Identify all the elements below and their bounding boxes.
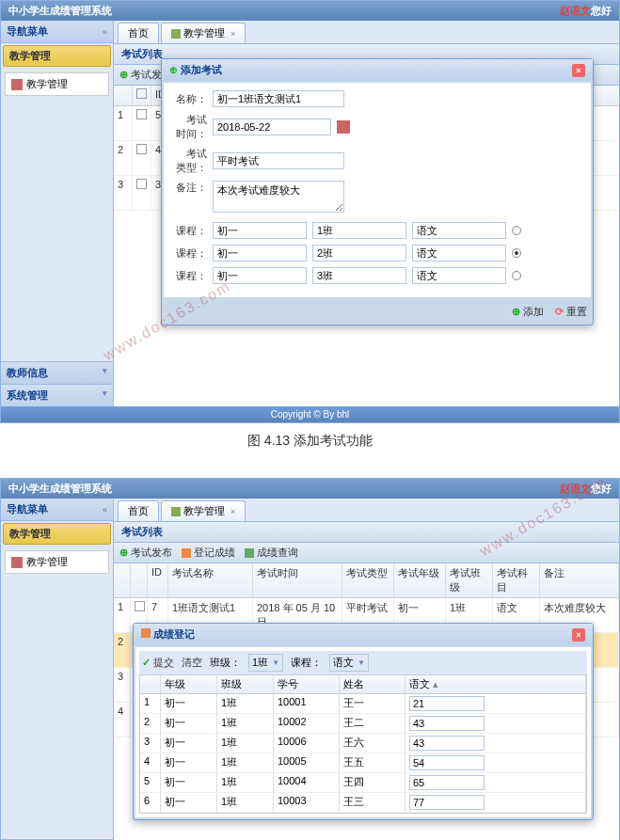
type-input[interactable]: [213, 152, 344, 169]
register-score-button[interactable]: 登记成绩: [182, 546, 235, 560]
checkbox[interactable]: [136, 179, 147, 189]
course-label: 课程：: [171, 246, 207, 261]
score-row[interactable]: 2 初一 1班 10002 王二: [140, 714, 586, 734]
score-row[interactable]: 6 初一 1班 10003 王三: [140, 793, 586, 813]
reset-button[interactable]: ⟳重置: [555, 305, 587, 319]
calendar-icon[interactable]: [337, 120, 350, 134]
col-date[interactable]: 考试时间: [253, 563, 342, 597]
search-icon: [245, 548, 254, 558]
score-row[interactable]: 3 初一 1班 10006 王六: [140, 734, 586, 753]
col-sid[interactable]: 学号: [274, 675, 340, 693]
btn-label: 添加: [523, 305, 544, 319]
score-row[interactable]: 1 初一 1班 10001 王一: [140, 694, 586, 714]
col-class[interactable]: 考试班级: [446, 563, 493, 597]
grade-input[interactable]: [213, 267, 307, 284]
collapse-icon[interactable]: «: [103, 505, 107, 515]
submit-button[interactable]: ✓提交: [142, 656, 174, 670]
close-icon[interactable]: ×: [231, 29, 235, 39]
subject-input[interactable]: [412, 267, 506, 284]
tab-label: 教学管理: [183, 504, 225, 518]
col-subject[interactable]: 考试科目: [493, 563, 540, 597]
col-type[interactable]: 考试类型: [342, 563, 394, 597]
dialog-title-bar[interactable]: 成绩登记 ×: [134, 624, 593, 645]
col-sname[interactable]: 姓名: [340, 675, 405, 693]
checkbox[interactable]: [136, 109, 147, 119]
nav-section-teaching[interactable]: 教学管理: [3, 45, 111, 67]
tab-teaching[interactable]: 教学管理 ×: [161, 23, 246, 43]
score-register-dialog: 成绩登记 × ✓提交 清空 班级： 1班▼ 课程： 语文▼: [133, 623, 594, 820]
dialog-footer: ⊕添加 ⟳重置: [162, 299, 593, 325]
col-class[interactable]: 班级: [217, 675, 274, 693]
class-input[interactable]: [312, 245, 406, 262]
query-score-button[interactable]: 成绩查询: [245, 546, 298, 560]
score-row[interactable]: 5 初一 1班 10004 王四: [140, 773, 586, 793]
collapse-icon[interactable]: «: [103, 27, 107, 37]
col-score[interactable]: 语文: [409, 678, 430, 689]
radio-button[interactable]: [512, 226, 521, 235]
checkbox[interactable]: [135, 601, 145, 611]
name-input[interactable]: [213, 90, 344, 107]
app-window-1: 中小学生成绩管理系统 赵语文您好 导航菜单 « 教学管理 教学管理 教师信息 ▾…: [0, 0, 620, 423]
class-input[interactable]: [312, 267, 406, 284]
score-row[interactable]: 4 初一 1班 10005 王五: [140, 753, 586, 773]
close-icon[interactable]: ×: [231, 507, 235, 516]
course-dropdown[interactable]: 语文▼: [329, 654, 369, 672]
tab-home[interactable]: 首页: [118, 500, 159, 521]
close-button[interactable]: ×: [572, 628, 585, 642]
note-textarea[interactable]: 本次考试难度较大: [213, 181, 344, 213]
grade-input[interactable]: [213, 222, 307, 239]
btn-label: 考试发布: [131, 546, 172, 560]
checkbox-all[interactable]: [136, 88, 147, 99]
col-name[interactable]: 考试名称: [168, 563, 253, 597]
score-input[interactable]: [409, 696, 485, 711]
nav-section-teaching[interactable]: 教学管理: [3, 523, 111, 545]
checkbox[interactable]: [136, 144, 147, 154]
nav-header[interactable]: 导航菜单 «: [1, 21, 113, 43]
nav-item-teaching[interactable]: 教学管理: [5, 72, 109, 96]
tab-bar: 首页 教学管理 ×: [114, 21, 619, 44]
nav-section-teacher[interactable]: 教师信息 ▾: [1, 361, 113, 384]
user-name: 赵语文: [560, 483, 591, 494]
score-input[interactable]: [409, 795, 485, 810]
dd-value: 语文: [333, 656, 354, 670]
chevron-down-icon: ▼: [358, 658, 365, 667]
dialog-title-bar[interactable]: ⊕ 添加考试 ×: [162, 59, 593, 81]
close-button[interactable]: ×: [572, 64, 585, 77]
tab-teaching[interactable]: 教学管理 ×: [161, 500, 246, 521]
class-dropdown[interactable]: 1班▼: [248, 654, 283, 672]
col-grade[interactable]: 年级: [161, 675, 217, 693]
add-button[interactable]: ⊕添加: [512, 305, 544, 319]
sort-icon[interactable]: ▴: [430, 678, 438, 689]
app-window-2: 中小学生成绩管理系统 赵语文您好 导航菜单 « 教学管理 教学管理 教师信息 ▾…: [0, 478, 620, 840]
col-note[interactable]: 备注: [540, 563, 619, 597]
score-input[interactable]: [409, 755, 485, 770]
tab-label: 教学管理: [183, 26, 225, 40]
col-id[interactable]: ID: [148, 563, 168, 597]
class-input[interactable]: [312, 222, 406, 239]
score-input[interactable]: [409, 716, 485, 731]
score-input[interactable]: [409, 736, 485, 751]
clear-button[interactable]: 清空: [182, 656, 202, 670]
nav-section-system[interactable]: 系统管理 ▾: [1, 384, 113, 406]
subject-input[interactable]: [412, 245, 506, 262]
radio-button[interactable]: [512, 271, 521, 280]
class-label: 班级：: [210, 656, 241, 670]
nav-item-label: 教学管理: [26, 555, 68, 569]
grade-input[interactable]: [213, 245, 307, 262]
figure-caption-1: 图 4.13 添加考试功能: [0, 423, 620, 459]
date-input[interactable]: [213, 119, 331, 135]
col-grade[interactable]: 考试年级: [394, 563, 446, 597]
edit-icon: [141, 628, 151, 638]
nav-header[interactable]: 导航菜单 «: [1, 499, 113, 521]
score-input[interactable]: [409, 775, 485, 790]
dialog-body: ✓提交 清空 班级： 1班▼ 课程： 语文▼ 年级 班级 学号 姓名: [135, 647, 591, 817]
nav-section-label: 系统管理: [7, 388, 48, 403]
user-greeting: 赵语文您好: [560, 4, 612, 18]
reset-icon: ⟳: [555, 306, 564, 318]
nav-item-teaching[interactable]: 教学管理: [5, 550, 109, 574]
plus-icon: ⊕: [169, 64, 178, 75]
subject-input[interactable]: [412, 222, 506, 239]
radio-button[interactable]: [512, 248, 521, 258]
add-exam-button[interactable]: ⊕考试发布: [119, 546, 172, 560]
tab-home[interactable]: 首页: [118, 23, 159, 43]
